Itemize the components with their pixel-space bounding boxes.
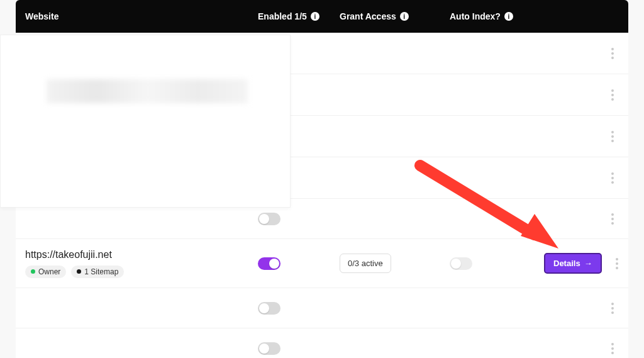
details-button[interactable]: Details → [544, 253, 602, 274]
status-dot-icon [31, 269, 35, 274]
enabled-toggle[interactable] [258, 257, 280, 270]
table-row [16, 288, 628, 328]
info-icon[interactable]: i [311, 12, 319, 21]
sitemap-badge: 1 Sitemap [71, 266, 124, 278]
kebab-menu-icon[interactable] [606, 341, 619, 356]
enabled-toggle[interactable] [258, 302, 280, 315]
kebab-menu-icon[interactable] [606, 301, 619, 316]
table-header: Website Enabled 1/5 i Grant Access i Aut… [16, 0, 628, 33]
kebab-menu-icon[interactable] [606, 129, 619, 144]
overlay-panel [0, 35, 291, 208]
kebab-menu-icon[interactable] [606, 211, 619, 227]
owner-badge: Owner [25, 266, 66, 278]
arrow-right-icon: → [584, 259, 592, 268]
site-url: https://takeofujii.net [25, 249, 258, 260]
col-enabled-header: Enabled 1/5 i [258, 11, 340, 21]
blurred-content [47, 79, 248, 103]
grant-label: Grant Access [340, 11, 396, 21]
enabled-toggle[interactable] [258, 342, 280, 355]
table-row [16, 328, 628, 358]
kebab-menu-icon[interactable] [606, 87, 619, 103]
enabled-toggle[interactable] [258, 213, 280, 225]
table-row-active: https://takeofujii.net Owner 1 Sitemap 0… [16, 239, 628, 288]
auto-label: Auto Index? [450, 11, 501, 21]
col-grant-header: Grant Access i [340, 11, 450, 21]
col-auto-header: Auto Index? i [450, 11, 544, 21]
kebab-menu-icon[interactable] [611, 256, 623, 271]
kebab-menu-icon[interactable] [606, 171, 619, 186]
info-icon[interactable]: i [400, 12, 409, 21]
info-icon[interactable]: i [504, 12, 513, 21]
sitemap-dot-icon [77, 269, 81, 274]
col-website-header: Website [25, 11, 258, 21]
grant-access-chip[interactable]: 0/3 active [340, 254, 391, 273]
auto-index-toggle[interactable] [450, 257, 472, 270]
enabled-label: Enabled 1/5 [258, 11, 307, 21]
kebab-menu-icon[interactable] [606, 46, 619, 61]
